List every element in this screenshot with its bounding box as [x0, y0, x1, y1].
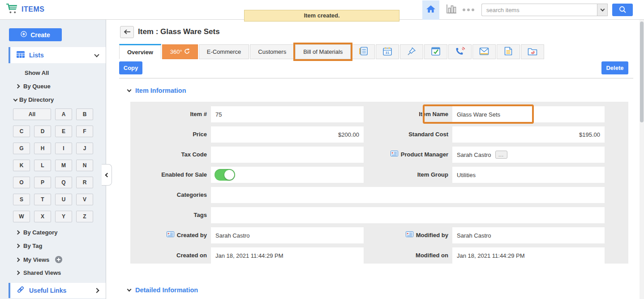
alphabet-button-o[interactable]: O [13, 177, 30, 188]
sidebar-item-lists[interactable]: Lists [9, 47, 106, 63]
reports-button[interactable] [446, 4, 457, 16]
chevron-down-icon [13, 97, 18, 101]
more-icon[interactable] [463, 9, 474, 11]
alphabet-button-q[interactable]: Q [55, 177, 72, 188]
alphabet-button-f[interactable]: F [76, 126, 93, 137]
alphabet-button-j[interactable]: J [76, 143, 93, 154]
chevron-right-icon [94, 288, 99, 293]
sidebar-collapse-handle[interactable] [102, 164, 112, 186]
price-field[interactable] [211, 126, 364, 143]
categories-field[interactable] [211, 187, 605, 203]
modified-by-field[interactable] [452, 227, 605, 243]
app-logo[interactable]: ITEMS [6, 3, 44, 16]
sidebar-item-by-directory[interactable]: By Directory [14, 96, 54, 103]
item-number-field[interactable] [211, 106, 364, 122]
alphabet-button-i[interactable]: I [55, 143, 72, 154]
field-label: Product Manager [401, 147, 448, 163]
tab-pin[interactable] [400, 44, 423, 59]
search-input[interactable] [481, 4, 597, 16]
tax-code-field[interactable] [211, 147, 364, 163]
chevron-down-icon [127, 88, 132, 92]
created-by-field[interactable] [211, 227, 364, 243]
field-label: Tags [137, 207, 207, 223]
product-manager-field[interactable]: Sarah Castro ... [452, 147, 605, 163]
tab-call[interactable] [448, 44, 472, 59]
sidebar-item-shared-views[interactable]: Shared Views [16, 269, 61, 276]
tab-notes[interactable] [497, 44, 520, 59]
alphabet-button-w[interactable]: W [13, 211, 30, 222]
contact-card-icon [406, 227, 413, 243]
alphabet-button-t[interactable]: T [34, 194, 51, 205]
alphabet-button-n[interactable]: N [76, 160, 93, 171]
svg-text:31: 31 [386, 51, 390, 55]
created-on-field[interactable] [211, 247, 364, 264]
section-item-information[interactable]: Item Information [128, 87, 186, 94]
alphabet-button-r[interactable]: R [76, 177, 93, 188]
page-title: Item : Glass Ware Sets [138, 27, 220, 36]
alphabet-button-p[interactable]: P [34, 177, 51, 188]
tab-e-commerce[interactable]: E-Commerce [199, 44, 249, 59]
alphabet-button-u[interactable]: U [55, 194, 72, 205]
modified-on-field[interactable] [452, 247, 605, 264]
alphabet-button-h[interactable]: H [34, 143, 51, 154]
tab-registry[interactable] [352, 44, 375, 59]
alphabet-button-c[interactable]: C [13, 126, 30, 137]
tab-overview[interactable]: Overview [119, 44, 161, 59]
item-name-field[interactable] [452, 106, 605, 122]
field-label: Item Group [381, 167, 448, 183]
delete-button[interactable]: Delete [601, 61, 628, 74]
section-detailed-information[interactable]: Detailed Information [128, 286, 198, 294]
sidebar-item-by-tag[interactable]: By Tag [16, 243, 42, 249]
field-label: Tax Code [137, 147, 207, 163]
field-label: Modified by [416, 227, 448, 243]
product-manager-lookup-button[interactable]: ... [495, 151, 507, 159]
item-group-field[interactable] [452, 167, 605, 183]
alphabet-button-g[interactable]: G [13, 143, 30, 154]
alphabet-button-y[interactable]: Y [55, 211, 72, 222]
search-scope-dropdown[interactable] [597, 4, 608, 16]
alphabet-button-v[interactable]: V [76, 194, 93, 205]
create-button[interactable]: Create [9, 28, 62, 41]
sidebar-item-my-views[interactable]: My Views [16, 256, 62, 263]
back-button[interactable] [120, 26, 134, 38]
vertical-scrollbar[interactable] [640, 20, 644, 299]
tab-attachment[interactable] [521, 44, 544, 59]
tab-task[interactable] [424, 44, 447, 59]
alphabet-filter-grid: AllABCDEFGHIJKLMNOPQRSTUVWXYZ [13, 108, 94, 222]
search-button[interactable] [612, 4, 633, 16]
tab-calendar[interactable]: 31 [376, 44, 399, 59]
alphabet-button-z[interactable]: Z [76, 211, 93, 222]
section-title: Detailed Information [135, 286, 198, 294]
alphabet-button-a[interactable]: A [55, 108, 72, 120]
alphabet-button-e[interactable]: E [55, 126, 72, 137]
alphabet-button-s[interactable]: S [13, 194, 30, 205]
alphabet-button-d[interactable]: D [34, 126, 51, 137]
alphabet-button-k[interactable]: K [13, 160, 30, 171]
item-information-panel: Item # Item Name Price Standard Cost Tax… [130, 102, 628, 264]
search-icon [618, 5, 627, 15]
standard-cost-field[interactable] [452, 126, 605, 143]
sidebar-item-useful-links[interactable]: Useful Links [9, 283, 106, 298]
chevron-right-icon [16, 230, 20, 235]
alphabet-button-m[interactable]: M [55, 160, 72, 171]
pin-icon [406, 46, 417, 57]
home-button[interactable] [422, 0, 439, 20]
sidebar-item-by-category[interactable]: By Category [16, 229, 58, 236]
copy-button[interactable]: Copy [119, 61, 142, 74]
tab-bill-of-materials[interactable]: Bill of Materials [295, 44, 351, 59]
tab-email[interactable] [472, 44, 496, 59]
tab-customers[interactable]: Customers [250, 44, 294, 59]
alphabet-button-l[interactable]: L [34, 160, 51, 171]
arrow-left-icon [124, 28, 131, 36]
sidebar-item-show-all[interactable]: Show All [25, 69, 49, 76]
add-view-icon[interactable] [55, 256, 62, 263]
alphabet-button-b[interactable]: B [76, 108, 93, 120]
enabled-for-sale-toggle[interactable] [215, 169, 235, 181]
tab-360[interactable]: 360° [162, 44, 198, 59]
main-content: Item : Glass Ware Sets Overview 360° E-C… [107, 20, 644, 299]
alphabet-button-x[interactable]: X [34, 211, 51, 222]
tags-field[interactable] [211, 207, 605, 223]
sidebar-item-by-queue[interactable]: By Queue [16, 83, 51, 90]
alphabet-button-all[interactable]: All [13, 108, 51, 120]
scrollbar-thumb[interactable] [640, 22, 644, 122]
